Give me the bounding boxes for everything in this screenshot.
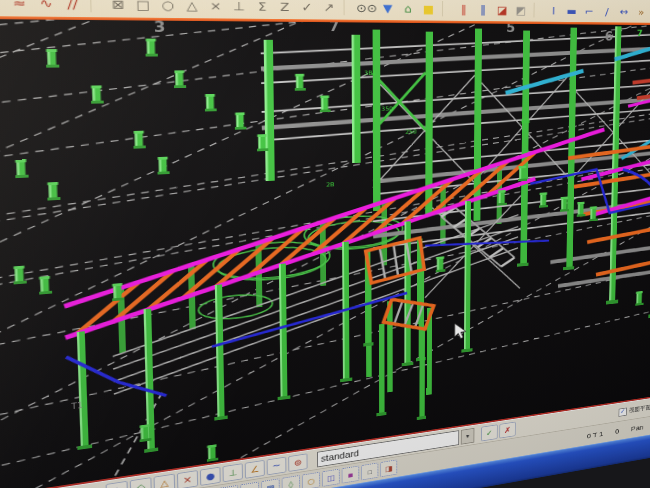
select-switch-icon[interactable]: ◨ bbox=[380, 459, 397, 477]
svg-text:2B: 2B bbox=[326, 181, 334, 188]
snap-perpendicular-icon[interactable]: ⊥ bbox=[227, 0, 250, 15]
status-count: 0 bbox=[615, 427, 619, 436]
walk-home-icon[interactable]: ⌂ bbox=[398, 0, 418, 17]
filter-funnel-icon[interactable]: ▼ bbox=[377, 0, 398, 17]
select-switch-icon[interactable]: ▫ bbox=[361, 462, 378, 480]
find-binoculars-icon[interactable]: ⊙⊙ bbox=[356, 0, 377, 17]
snap-intersection-icon[interactable]: × bbox=[177, 470, 198, 488]
screen: ▪▪▪▪▪▪▪▪▪▪▪▪▪▪▪▪▪▪▪▪▪▪▪▪▪▪ ≈∿//⊠□○△×⊥ΣZ✓… bbox=[0, 0, 650, 488]
snap-cross-icon[interactable]: × bbox=[204, 0, 228, 15]
create-beam-icon[interactable]: ▬ bbox=[563, 2, 581, 18]
snap-perp-icon[interactable]: ⊥ bbox=[222, 463, 243, 482]
select-switch-icon[interactable]: ▦ bbox=[240, 482, 259, 488]
pin-red-icon[interactable]: ‖ bbox=[454, 0, 474, 17]
snap-point-icon[interactable]: ● bbox=[200, 466, 221, 485]
snap-triangle-icon[interactable]: △ bbox=[180, 0, 204, 15]
phase-icon[interactable]: ◩ bbox=[512, 1, 531, 18]
snap-check-icon[interactable]: ✓ bbox=[296, 0, 318, 16]
view-plane-label: 视图平面 bbox=[629, 404, 650, 415]
grid-label: 7 bbox=[637, 28, 643, 38]
corner-label: T1 bbox=[70, 401, 83, 411]
snap-square-icon[interactable]: □ bbox=[130, 0, 155, 14]
create-brace-icon[interactable]: / bbox=[598, 3, 616, 19]
toolbar-separator bbox=[90, 0, 101, 12]
select-switch-icon[interactable]: ◊ bbox=[282, 475, 301, 488]
create-item-icon[interactable]: » bbox=[633, 4, 650, 20]
toolbar-separator bbox=[344, 0, 353, 15]
tower-base-plates bbox=[516, 251, 650, 334]
snap-circle-icon[interactable]: ○ bbox=[155, 0, 180, 14]
pin-blue-icon[interactable]: ‖ bbox=[473, 1, 492, 18]
create-ortho-icon[interactable]: ↔ bbox=[615, 3, 633, 19]
create-column-icon[interactable]: I bbox=[544, 2, 562, 19]
snap-center-icon[interactable]: ⊚ bbox=[288, 453, 307, 472]
snap-zigzag-icon[interactable]: Z bbox=[273, 0, 296, 16]
snap-angle-icon[interactable]: ∠ bbox=[245, 459, 265, 478]
photo-of-monitor: ASUS Splendid ▪▪▪▪▪▪▪▪▪▪▪▪▪▪▪▪▪▪▪▪▪▪▪▪▪▪… bbox=[0, 0, 650, 488]
grid-label: 3 bbox=[154, 19, 166, 35]
checkbox-checked-icon[interactable]: ✓ bbox=[619, 407, 627, 416]
select-switch-icon[interactable]: ▩ bbox=[261, 478, 280, 488]
view-plane-toggle[interactable]: ✓ 视图平面 bbox=[619, 403, 650, 416]
combo-dropdown-button[interactable]: ▾ bbox=[461, 428, 475, 445]
snap-origin-icon[interactable]: + bbox=[106, 480, 128, 488]
status-mode: Pan bbox=[631, 423, 644, 433]
status-dt: 0 T 1 bbox=[587, 429, 603, 440]
svg-text:350: 350 bbox=[381, 105, 393, 112]
hatch-red-icon[interactable]: // bbox=[59, 0, 86, 13]
snap-sigma-icon[interactable]: Σ bbox=[251, 0, 274, 15]
grid-label: 6 bbox=[605, 30, 614, 44]
svg-text:35B: 35B bbox=[520, 118, 531, 125]
select-switch-icon[interactable]: ○ bbox=[302, 472, 320, 488]
select-switch-icon[interactable]: ◫ bbox=[322, 469, 340, 487]
sketch-red2-icon[interactable]: ∿ bbox=[32, 0, 59, 13]
snap-frame-icon[interactable]: ⊠ bbox=[105, 0, 131, 14]
snap-mid-icon[interactable]: ◇ bbox=[130, 477, 152, 488]
sketch-red-icon[interactable]: ≈ bbox=[5, 0, 33, 13]
note-panel-icon[interactable]: ■ bbox=[418, 0, 438, 17]
toolbar-separator bbox=[442, 1, 450, 16]
svg-text:250: 250 bbox=[405, 128, 416, 135]
toolbar-separator bbox=[534, 3, 542, 18]
svg-text:3B1: 3B1 bbox=[364, 70, 376, 77]
snap-on-icon[interactable]: ✓ bbox=[481, 424, 498, 441]
snap-arrow-icon[interactable]: ↗ bbox=[318, 0, 340, 16]
select-switch-icon[interactable]: ▪ bbox=[342, 466, 360, 484]
rack-rail-front bbox=[61, 179, 536, 338]
create-polybeam-icon[interactable]: ⌐ bbox=[580, 3, 598, 19]
clash-check-icon[interactable]: ◪ bbox=[493, 1, 512, 18]
snap-curve-icon[interactable]: ~ bbox=[267, 456, 287, 475]
monitor: ASUS Splendid ▪▪▪▪▪▪▪▪▪▪▪▪▪▪▪▪▪▪▪▪▪▪▪▪▪▪… bbox=[0, 0, 650, 488]
snap-end-icon[interactable]: △ bbox=[154, 473, 176, 488]
snap-off-icon[interactable]: ✗ bbox=[499, 421, 516, 438]
